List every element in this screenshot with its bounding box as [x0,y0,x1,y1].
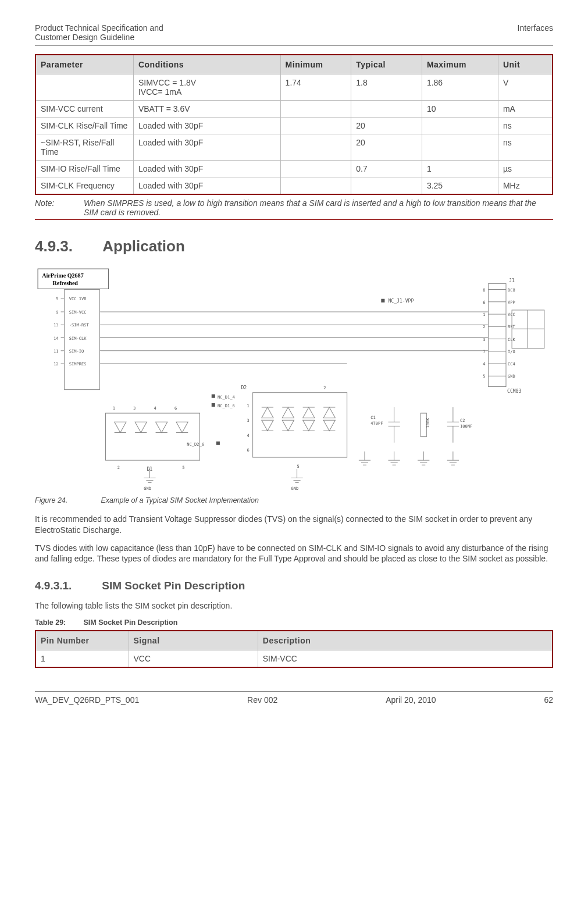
table-cell: 1.86 [422,74,498,101]
table29-caption: SIM Socket Pin Description [83,618,177,627]
table-cell: 1.8 [351,74,422,101]
th-pin-number: Pin Number [35,631,129,650]
paragraph-1: It is recommended to add Transient Volta… [35,514,553,536]
table-cell: µs [498,161,553,177]
subsection-number: 4.9.3.1. [35,579,99,592]
table-cell: Loaded with 30pF [133,177,280,195]
svg-text:1: 1 [247,403,250,408]
svg-text:NC_J1-VPP: NC_J1-VPP [388,298,414,304]
svg-text:SIM-IO: SIM-IO [69,349,84,354]
svg-rect-52 [381,299,384,303]
svg-text:6: 6 [247,447,250,453]
svg-text:DC8: DC8 [508,287,515,293]
table-cell: ns [498,118,553,134]
table-cell: ns [498,134,553,161]
table-cell: VCC [129,650,258,668]
svg-text:I/O: I/O [508,349,515,354]
svg-marker-62 [135,422,147,432]
table-cell [280,177,351,195]
table-cell [280,118,351,134]
svg-text:3: 3 [483,337,485,342]
svg-text:Refreshed: Refreshed [52,280,78,286]
svg-marker-64 [156,422,168,432]
svg-text:14: 14 [54,336,59,341]
note-text: When SIMPRES is used, a low to high tran… [84,198,550,217]
table-cell: SIM-IO Rise/Fall Time [35,161,133,177]
schematic-svg: AirPrime Q2687 Refreshed 5VCC 1V89SIM-VC… [35,266,553,490]
table-cell: 10 [422,101,498,118]
svg-text:4: 4 [247,433,250,438]
svg-text:5: 5 [483,374,485,379]
th-maximum: Maximum [422,55,498,74]
svg-text:11: 11 [54,349,59,354]
figure-caption-text: Example of a Typical SIM Socket Implemen… [101,496,258,504]
table-cell [280,101,351,118]
svg-text:NC_D1_6: NC_D1_6 [218,403,235,408]
svg-text:GND: GND [144,486,151,490]
table-header-row: Pin Number Signal Description [35,631,553,650]
svg-rect-77 [212,403,215,407]
svg-text:4: 4 [483,361,485,367]
svg-text:7: 7 [483,349,485,354]
table-cell: mA [498,101,553,118]
svg-marker-80 [262,407,273,418]
svg-text:VPP: VPP [508,300,515,305]
footer-page: 62 [544,695,553,705]
svg-text:C2: C2 [460,418,465,423]
th-description: Description [258,631,553,650]
table-cell: 20 [351,134,422,161]
svg-text:SIM-VCC: SIM-VCC [69,310,87,315]
table29-title: Table 29: SIM Socket Pin Description [35,618,553,627]
svg-marker-86 [282,420,294,431]
header-left-line1: Product Technical Specification and [35,23,163,33]
svg-text:J1: J1 [509,278,515,283]
section-title: Application [102,237,185,255]
svg-text:AirPrime Q2687: AirPrime Q2687 [42,272,84,279]
table-cell: 0.7 [351,161,422,177]
paragraph-2: TVS diodes with low capacitance (less th… [35,543,553,565]
table-cell: MHz [498,177,553,195]
schematic-figure: AirPrime Q2687 Refreshed 5VCC 1V89SIM-VC… [35,266,553,492]
spec-table: Parameter Conditions Minimum Typical Max… [35,54,553,195]
svg-text:SIM-CLK: SIM-CLK [69,336,87,341]
table-cell: SIM-CLK Rise/Fall Time [35,118,133,134]
table-row: SIM-CLK FrequencyLoaded with 30pF3.25MHz [35,177,553,195]
header-right: Interfaces [518,23,553,42]
svg-marker-84 [282,407,294,418]
table-cell: Loaded with 30pF [133,161,280,177]
svg-rect-103 [216,442,220,445]
svg-marker-94 [323,420,335,431]
svg-rect-75 [212,394,215,398]
svg-text:6: 6 [483,300,485,305]
table-cell: 1 [422,161,498,177]
header-left: Product Technical Specification and Cust… [35,23,163,42]
table-cell: 20 [351,118,422,134]
paragraph-3: The following table lists the SIM socket… [35,600,553,611]
table-row: 1VCCSIM-VCC [35,650,553,668]
table-cell [351,177,422,195]
table-cell: ~SIM-RST, Rise/Fall Time [35,134,133,161]
svg-marker-60 [115,422,126,432]
svg-text:-SIM-RST: -SIM-RST [69,322,90,328]
svg-text:3: 3 [133,406,136,411]
svg-marker-66 [176,422,188,432]
th-signal: Signal [129,631,258,650]
svg-text:CCM03: CCM03 [507,388,521,394]
svg-text:2: 2 [117,465,120,470]
table-cell [280,161,351,177]
table-cell [280,134,351,161]
figure-number: Figure 24. [35,496,99,504]
table-row: SIM-CLK Rise/Fall TimeLoaded with 30pF20… [35,118,553,134]
page-header: Product Technical Specification and Cust… [35,23,553,46]
table-cell: SIM-VCC [258,650,553,668]
th-unit: Unit [498,55,553,74]
svg-text:VCC 1V8: VCC 1V8 [69,296,87,301]
svg-marker-90 [303,420,315,431]
svg-text:NC_D1_4: NC_D1_4 [218,394,235,400]
svg-text:1: 1 [483,312,485,317]
svg-text:12: 12 [54,361,59,367]
svg-text:3: 3 [247,418,250,423]
subsection-heading: 4.9.3.1. SIM Socket Pin Description [35,579,553,592]
svg-text:5: 5 [297,464,300,469]
table-cell: 1 [35,650,129,668]
